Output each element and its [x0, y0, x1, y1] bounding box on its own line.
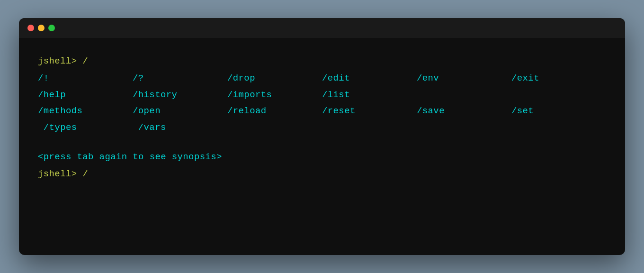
cmd-reset: /reset — [322, 104, 417, 118]
cmd-empty-4 — [322, 120, 417, 135]
minimize-button[interactable] — [38, 25, 45, 31]
prompt-bottom: jshell> / — [38, 167, 606, 181]
cmd-set: /set — [511, 104, 606, 118]
title-bar — [19, 18, 625, 38]
cmd-methods: /methods — [38, 104, 133, 118]
close-button[interactable] — [27, 25, 34, 31]
cmd-help: /help — [38, 88, 133, 102]
cmd-history: /history — [133, 88, 227, 102]
cmd-open: /open — [133, 104, 227, 118]
cmd-drop: /drop — [227, 71, 322, 85]
terminal-window: jshell> / /! /? /drop /edit /env /exit /… — [19, 18, 625, 255]
cmd-imports: /imports — [227, 88, 322, 102]
cmd-vars: /vars — [133, 120, 227, 135]
cmd-types: /types — [38, 120, 133, 135]
cmd-empty-6 — [511, 120, 606, 135]
cmd-list: /list — [322, 88, 417, 102]
prompt-top: jshell> / — [38, 54, 606, 68]
press-tab-message: <press tab again to see synopsis> — [38, 150, 606, 164]
commands-grid: /! /? /drop /edit /env /exit /help /hist… — [38, 71, 606, 135]
cmd-empty-2 — [511, 88, 606, 102]
maximize-button[interactable] — [48, 25, 55, 31]
cmd-exit: /exit — [511, 71, 606, 85]
cmd-empty-1 — [417, 88, 511, 102]
cmd-env: /env — [417, 71, 511, 85]
cmd-reload: /reload — [227, 104, 322, 118]
cmd-bang: /! — [38, 71, 133, 85]
cmd-empty-3 — [227, 120, 322, 135]
cmd-save: /save — [417, 104, 511, 118]
terminal-body[interactable]: jshell> / /! /? /drop /edit /env /exit /… — [19, 38, 625, 200]
cmd-question: /? — [133, 71, 227, 85]
cmd-empty-5 — [417, 120, 511, 135]
cmd-edit: /edit — [322, 71, 417, 85]
